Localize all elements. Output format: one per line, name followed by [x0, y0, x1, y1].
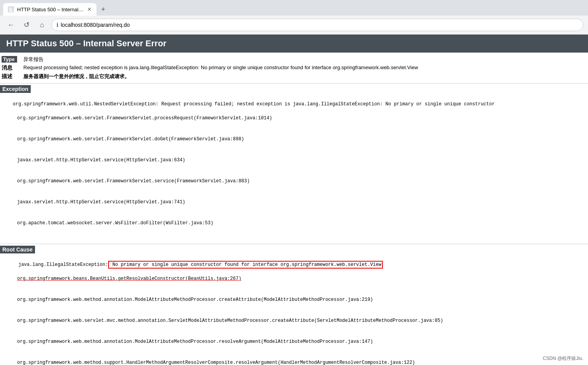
- active-tab[interactable]: 📄 HTTP Status 500 – Internal Serve ✕: [3, 3, 97, 16]
- svg-text:📄: 📄: [9, 7, 14, 12]
- root-cause-first-line: java.lang.IllegalStateException: No prim…: [18, 261, 383, 269]
- stack-line-4: org.springframework.web.servlet.Framewor…: [17, 178, 586, 185]
- stack-line-5: javax.servlet.http.HttpServlet.service(H…: [17, 199, 586, 206]
- highlighted-error-text: No primary or single unique constructor …: [108, 261, 383, 269]
- desc-row: 描述 服务器遇到一个意外的情况，阻止它完成请求。: [2, 73, 586, 80]
- section-divider-2: [0, 244, 588, 244]
- url-text: localhost:8080/param/req.do: [61, 22, 578, 28]
- home-button[interactable]: ⌂: [36, 19, 48, 31]
- header-divider: [0, 52, 588, 53]
- watermark: CSDN @程序猿Jiu.: [543, 355, 583, 362]
- rc-stack-3: org.springframework.web.method.annotatio…: [17, 338, 586, 345]
- stack-main-line: org.springframework.web.util.NestedServl…: [13, 101, 495, 107]
- section-divider-1: [0, 83, 588, 84]
- root-cause-section: Root Cause java.lang.IllegalStateExcepti…: [0, 246, 588, 365]
- refresh-button[interactable]: ↺: [20, 19, 33, 31]
- rc-stack-1: org.springframework.web.method.annotatio…: [17, 296, 586, 303]
- root-cause-stack-trace: java.lang.IllegalStateException: No prim…: [0, 254, 588, 365]
- page-content: HTTP Status 500 – Internal Server Error …: [0, 35, 588, 365]
- msg-label: 消息: [2, 65, 17, 72]
- underlined-stack-line: org.springframework.beans.BeanUtils.getR…: [17, 276, 241, 281]
- root-cause-underline-line: org.springframework.beans.BeanUtils.getR…: [17, 275, 586, 282]
- exception-section-label: Exception: [0, 86, 588, 92]
- tab-close-button[interactable]: ✕: [87, 6, 92, 12]
- info-table: Type 异常报告 消息 Request processing failed; …: [0, 56, 588, 80]
- root-cause-label: Root Cause: [0, 246, 588, 253]
- browser-chrome: 📄 HTTP Status 500 – Internal Serve ✕ + ←…: [0, 0, 588, 35]
- tab-favicon: 📄: [8, 6, 14, 12]
- msg-value: Request processing failed; nested except…: [23, 65, 586, 70]
- rc-stack-2: org.springframework.web.servlet.mvc.meth…: [17, 317, 586, 324]
- security-icon: ℹ: [56, 22, 58, 28]
- page-title: HTTP Status 500 – Internal Server Error: [6, 38, 582, 49]
- stack-line-6: org.apache.tomcat.websocket.server.WsFil…: [17, 220, 586, 227]
- stack-line-2: org.springframework.web.servlet.Framewor…: [17, 136, 586, 143]
- stack-line-3: javax.servlet.http.HttpServlet.service(H…: [17, 157, 586, 164]
- error-header: HTTP Status 500 – Internal Server Error: [0, 35, 588, 52]
- desc-label: 描述: [2, 73, 17, 80]
- exception-stack-trace: org.springframework.web.util.NestedServl…: [0, 94, 588, 241]
- stack-line-1: org.springframework.web.servlet.Framewor…: [17, 115, 586, 122]
- tab-bar: 📄 HTTP Status 500 – Internal Serve ✕ +: [0, 0, 588, 16]
- tab-title: HTTP Status 500 – Internal Serve: [17, 7, 84, 12]
- new-tab-button[interactable]: +: [98, 4, 109, 15]
- rc-stack-4: org.springframework.web.method.support.H…: [17, 359, 586, 365]
- back-button[interactable]: ←: [5, 19, 17, 31]
- type-label: Type: [2, 56, 17, 63]
- type-row: Type 异常报告: [2, 56, 586, 63]
- desc-value: 服务器遇到一个意外的情况，阻止它完成请求。: [23, 73, 586, 80]
- address-bar[interactable]: ℹ localhost:8080/param/req.do: [51, 19, 583, 31]
- msg-row: 消息 Request processing failed; nested exc…: [2, 65, 586, 72]
- nav-bar: ← ↺ ⌂ ℹ localhost:8080/param/req.do: [0, 16, 588, 34]
- type-value: 异常报告: [23, 56, 586, 63]
